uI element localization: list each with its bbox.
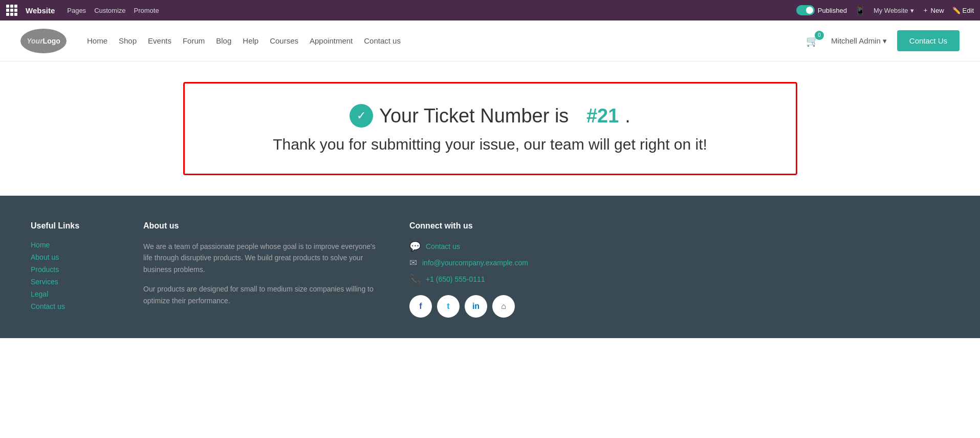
logo[interactable]: Your Logo (20, 29, 67, 53)
about-para1: We are a team of passionate people whose… (143, 241, 379, 275)
footer-link-products[interactable]: Products (31, 265, 113, 274)
nav-events[interactable]: Events (148, 36, 171, 45)
cart-badge: 0 (815, 31, 824, 40)
home-button[interactable]: ⌂ (492, 295, 515, 318)
footer-about: About us We are a team of passionate peo… (143, 221, 379, 318)
pencil-icon: ✏️ (952, 7, 961, 14)
connect-email-row: ✉ info@yourcompany.example.com (409, 257, 553, 268)
nav-help[interactable]: Help (243, 36, 258, 45)
nav-forum[interactable]: Forum (183, 36, 205, 45)
footer-link-contact[interactable]: Contact us (31, 302, 113, 310)
nav-contact-us[interactable]: Contact us (364, 36, 401, 45)
logo-text: Logo (43, 37, 60, 45)
ticket-confirmation-box: ✓ Your Ticket Number is #21. Thank you f… (183, 82, 797, 175)
about-para2: Our products are designed for small to m… (143, 283, 379, 306)
footer-link-legal[interactable]: Legal (31, 290, 113, 298)
my-website-button[interactable]: My Website ▾ (874, 7, 914, 14)
username-label: Mitchell Admin (831, 36, 881, 45)
nav-courses[interactable]: Courses (270, 36, 298, 45)
admin-customize-link[interactable]: Customize (94, 7, 125, 14)
facebook-button[interactable]: f (409, 295, 432, 318)
phone-icon: 📞 (409, 274, 421, 285)
ticket-title-prefix: Your Ticket Number is (379, 105, 569, 127)
ticket-title-suffix: . (625, 105, 630, 127)
nav-home[interactable]: Home (87, 36, 107, 45)
chevron-down-icon: ▾ (910, 7, 914, 14)
footer-link-home[interactable]: Home (31, 241, 113, 249)
cart-icon[interactable]: 🛒 0 (806, 35, 819, 47)
connect-heading: Connect with us (409, 221, 553, 231)
twitter-button[interactable]: t (437, 295, 460, 318)
chat-icon: 💬 (409, 241, 421, 252)
admin-pages-link[interactable]: Pages (67, 7, 86, 14)
new-button[interactable]: ＋ New (922, 6, 944, 15)
footer-link-about[interactable]: About us (31, 253, 113, 261)
about-heading: About us (143, 221, 379, 231)
brand-name: Website (26, 6, 55, 15)
user-dropdown[interactable]: Mitchell Admin ▾ (831, 36, 887, 46)
linkedin-button[interactable]: in (465, 295, 487, 318)
ticket-title: ✓ Your Ticket Number is #21. (215, 104, 765, 128)
social-icons: f t in ⌂ (409, 295, 553, 318)
edit-button[interactable]: ✏️ Edit (952, 7, 974, 14)
footer-links-list: Home About us Products Services Legal Co… (31, 241, 113, 310)
published-toggle[interactable]: Published (796, 5, 847, 15)
logo-your: Your (27, 37, 42, 45)
ticket-number: #21 (586, 105, 619, 127)
connect-phone-row: 📞 +1 (650) 555-0111 (409, 274, 553, 285)
useful-links-heading: Useful Links (31, 221, 113, 231)
footer-link-services[interactable]: Services (31, 278, 113, 286)
my-website-label: My Website (874, 7, 908, 14)
connect-contact-row: 💬 Contact us (409, 241, 553, 252)
edit-label: Edit (963, 7, 974, 14)
admin-promote-link[interactable]: Promote (134, 7, 159, 14)
footer-useful-links: Useful Links Home About us Products Serv… (31, 221, 113, 318)
admin-bar: Website Pages Customize Promote Publishe… (0, 0, 980, 20)
user-chevron-icon: ▾ (883, 36, 887, 46)
ticket-subtitle: Thank you for submitting your issue, our… (215, 136, 765, 153)
connect-phone-link[interactable]: +1 (650) 555-0111 (426, 275, 485, 283)
main-content: ✓ Your Ticket Number is #21. Thank you f… (0, 61, 980, 196)
new-label: New (931, 7, 944, 14)
footer-connect: Connect with us 💬 Contact us ✉ info@your… (409, 221, 553, 318)
apps-icon[interactable] (6, 5, 17, 16)
nav-links: Home Shop Events Forum Blog Help Courses… (87, 36, 802, 45)
footer: Useful Links Home About us Products Serv… (0, 196, 980, 338)
publish-switch[interactable] (796, 5, 815, 15)
connect-email-link[interactable]: info@yourcompany.example.com (422, 259, 528, 267)
nav-appointment[interactable]: Appointment (310, 36, 353, 45)
connect-contact-link[interactable]: Contact us (426, 242, 460, 251)
plus-icon: ＋ (922, 6, 929, 15)
published-label: Published (818, 7, 847, 14)
nav-shop[interactable]: Shop (119, 36, 137, 45)
main-nav: Your Logo Home Shop Events Forum Blog He… (0, 20, 980, 61)
check-circle-icon: ✓ (350, 104, 373, 128)
nav-blog[interactable]: Blog (216, 36, 231, 45)
contact-us-nav-button[interactable]: Contact Us (897, 30, 960, 51)
mobile-preview-icon[interactable]: 📱 (855, 6, 865, 15)
email-icon: ✉ (409, 257, 417, 268)
